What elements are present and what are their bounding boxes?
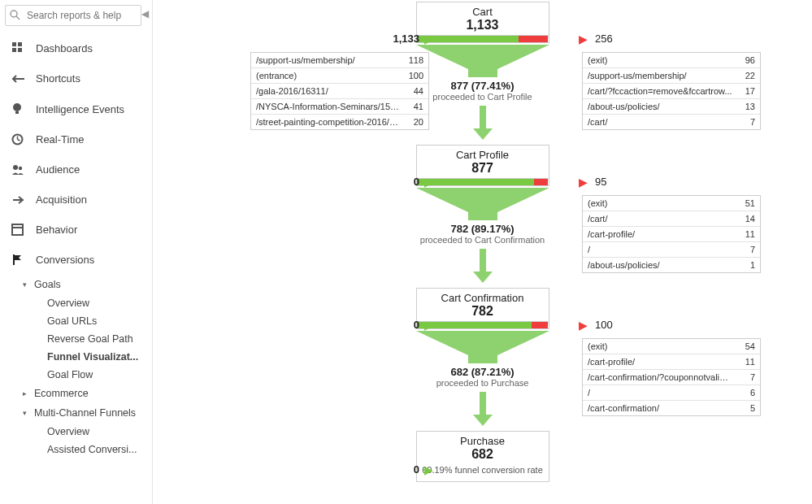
- svg-point-7: [13, 103, 21, 111]
- subnav-funnel-visualization[interactable]: Funnel Visualizat...: [20, 348, 152, 366]
- collapse-sidebar-icon[interactable]: ◀: [141, 8, 149, 20]
- svg-rect-3: [18, 42, 22, 46]
- entries-triangle-icon: ▶: [424, 319, 433, 332]
- table-row[interactable]: /cart/14: [583, 211, 760, 227]
- count-cell: 5: [732, 402, 755, 415]
- path-cell: /cart-profile/: [588, 355, 732, 368]
- nav-audience[interactable]: Audience: [0, 154, 152, 185]
- arrow-down-icon: [471, 392, 495, 426]
- table-row[interactable]: /cart-confirmation/?couponnotvalid=17: [583, 370, 760, 385]
- subnav-label: Goals: [34, 279, 61, 290]
- shortcuts-icon: [11, 75, 26, 83]
- count-cell: 41: [401, 100, 423, 113]
- path-cell: /: [588, 386, 732, 399]
- table-row[interactable]: (exit)96: [583, 53, 760, 68]
- path-cell: /cart-confirmation/: [588, 402, 732, 415]
- path-cell: /street-painting-competition-2016/16...: [256, 115, 401, 128]
- stage-bar-cart-confirmation: [416, 321, 549, 329]
- count-cell: 44: [401, 85, 423, 98]
- path-cell: (entrance): [256, 69, 401, 82]
- proceed-sub: proceeded to Purchase: [436, 378, 529, 388]
- subnav-goals[interactable]: Goals: [20, 275, 152, 294]
- table-row[interactable]: (exit)51: [583, 196, 760, 211]
- table-row[interactable]: /7: [583, 242, 760, 258]
- table-row[interactable]: /cart-profile/11: [583, 354, 760, 370]
- count-cell: 96: [732, 54, 755, 67]
- svg-rect-18: [480, 106, 486, 130]
- table-row[interactable]: /cart-profile/11: [583, 227, 760, 242]
- subnav-overview[interactable]: Overview: [20, 294, 152, 312]
- nav-conversions[interactable]: Conversions: [0, 245, 152, 275]
- nav-label: Real-Time: [36, 133, 84, 146]
- svg-line-11: [18, 140, 20, 141]
- exits-triangle-icon: ▶: [579, 176, 588, 189]
- svg-point-13: [19, 166, 22, 169]
- nav-realtime[interactable]: Real-Time: [0, 124, 152, 154]
- nav-label: Conversions: [36, 254, 94, 266]
- path-cell: (exit): [588, 54, 732, 67]
- exit-paths-table: (exit)96/support-us/membership/22/cart/?…: [582, 52, 761, 130]
- stage-cart-confirmation: Cart Confirmation 782: [416, 288, 549, 324]
- table-row[interactable]: (entrance)100: [251, 68, 428, 84]
- exit-paths-table: (exit)51/cart/14/cart-profile/11/7/about…: [582, 195, 761, 273]
- stage-count: 1,133: [422, 18, 544, 33]
- entries-triangle-icon: ▶: [424, 463, 433, 476]
- count-cell: 11: [732, 228, 755, 241]
- arrow-down-icon: [471, 249, 495, 283]
- subnav-mcf-overview[interactable]: Overview: [20, 423, 152, 441]
- stage-title: Cart Profile: [422, 149, 544, 161]
- stage-bar-cart: [416, 35, 549, 43]
- clock-icon: [11, 133, 26, 146]
- nav-behavior[interactable]: Behavior: [0, 215, 152, 245]
- table-row[interactable]: /support-us/membership/22: [583, 68, 760, 84]
- entry-paths-table: /support-us/membership/118(entrance)100/…: [250, 52, 429, 130]
- stage-title: Cart Confirmation: [422, 292, 544, 304]
- entries-count: 1,133: [379, 33, 419, 45]
- table-row[interactable]: /cart/?fccaction=remove&fccartrow...17: [583, 84, 760, 99]
- nav-label: Shortcuts: [36, 72, 80, 85]
- entries-triangle-icon: ▶: [424, 33, 433, 46]
- subnav-ecommerce[interactable]: Ecommerce: [20, 384, 152, 403]
- exit-paths-table: (exit)54/cart-profile/11/cart-confirmati…: [582, 338, 761, 416]
- nav-shortcuts[interactable]: Shortcuts: [0, 63, 152, 93]
- count-cell: 51: [732, 197, 755, 210]
- count-cell: 1: [732, 259, 755, 272]
- table-row[interactable]: /NYSCA-Information-Seminars/15959/41: [251, 99, 428, 115]
- count-cell: 22: [732, 69, 755, 82]
- exits-triangle-icon: ▶: [579, 33, 588, 46]
- table-row[interactable]: /gala-2016/16311/44: [251, 84, 428, 99]
- stage-cart: Cart 1,133: [416, 2, 549, 38]
- nav-label: Audience: [36, 163, 80, 176]
- bulb-icon: [11, 102, 26, 115]
- nav-dashboards[interactable]: Dashboards: [0, 33, 152, 63]
- proceed-sub: proceeded to Cart Profile: [432, 92, 532, 102]
- subnav-reverse-goal-path[interactable]: Reverse Goal Path: [20, 330, 152, 348]
- exits-triangle-icon: ▶: [579, 319, 588, 332]
- nav-acquisition[interactable]: Acquisition: [0, 185, 152, 215]
- nav-intelligence[interactable]: Intelligence Events: [0, 93, 152, 124]
- table-row[interactable]: /street-painting-competition-2016/16...2…: [251, 115, 428, 129]
- table-row[interactable]: /about-us/policies/13: [583, 99, 760, 115]
- subnav-multichannel[interactable]: Multi-Channel Funnels: [20, 403, 152, 423]
- svg-rect-15: [12, 224, 23, 235]
- subnav-goal-urls[interactable]: Goal URLs: [20, 312, 152, 330]
- table-row[interactable]: /cart/7: [583, 115, 760, 129]
- table-row[interactable]: /about-us/policies/1: [583, 258, 760, 272]
- subnav-label: Multi-Channel Funnels: [34, 407, 136, 419]
- sidebar: ◀ Dashboards Shortcuts Intelligence Even…: [0, 0, 153, 504]
- table-row[interactable]: (exit)54: [583, 339, 760, 354]
- table-row[interactable]: /support-us/membership/118: [251, 53, 428, 68]
- search-input[interactable]: [5, 5, 141, 26]
- exits-count: 95: [595, 176, 606, 188]
- table-row[interactable]: /6: [583, 385, 760, 401]
- stage-count: 877: [422, 161, 544, 176]
- path-cell: /support-us/membership/: [256, 54, 401, 67]
- subnav-label: Ecommerce: [34, 388, 89, 399]
- search-icon: [10, 10, 20, 20]
- table-row[interactable]: /cart-confirmation/5: [583, 401, 760, 415]
- proceed-label: 782 (89.17%) proceeded to Cart Confirmat…: [420, 223, 545, 245]
- path-cell: /about-us/policies/: [588, 100, 732, 113]
- subnav-goal-flow[interactable]: Goal Flow: [20, 366, 152, 384]
- subnav-mcf-assisted[interactable]: Assisted Conversi...: [20, 441, 152, 458]
- count-cell: 11: [732, 355, 755, 368]
